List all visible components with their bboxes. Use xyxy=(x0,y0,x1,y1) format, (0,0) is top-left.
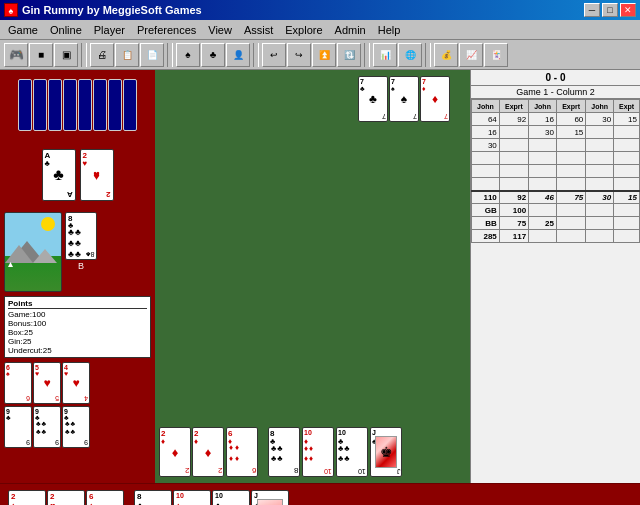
card-9c-1[interactable]: 9 ♣ 9 xyxy=(4,406,32,448)
ph-card-8c[interactable]: 8 ♣ ♣♣♣♣ 8 xyxy=(134,490,172,506)
points-box: Points Game:100 Bonus:100 Box:25 Gin:25 … xyxy=(4,296,151,358)
ph-card-6d[interactable]: 6 ♦ ♦♦♦♦ 6 xyxy=(86,490,124,506)
opp-meld-row2: 9 ♣ 9 9 ♣ ♣♣♣♣ 9 9 ♣ ♣♣♣♣ xyxy=(4,406,151,448)
ph-card-2h[interactable]: 2 ♥ ♥ 2 xyxy=(47,490,85,506)
tb-btn-9[interactable]: 👤 xyxy=(226,43,250,67)
tb-btn-8[interactable]: ♣ xyxy=(201,43,225,67)
menu-bar: Game Online Player Preferences View Assi… xyxy=(0,20,640,40)
ph-card-2d[interactable]: 2 ♦ ♦ 2 xyxy=(8,490,46,506)
sr3-c5 xyxy=(586,139,614,152)
ph-card-10d[interactable]: 10 ♦ ♦♦♦♦ 10 xyxy=(173,490,211,506)
tb-btn-6[interactable]: 📄 xyxy=(140,43,164,67)
tb-btn-15[interactable]: 🌐 xyxy=(398,43,422,67)
score-final-row: 285 117 xyxy=(472,230,640,243)
opponent-hand xyxy=(18,79,137,131)
opp-card-2 xyxy=(33,79,47,131)
menu-explore[interactable]: Explore xyxy=(279,22,328,38)
title-bar-left: ♠ Gin Rummy by MeggieSoft Games xyxy=(4,3,202,17)
player-card-2d-1[interactable]: 2 ♦ ♦ 2 xyxy=(159,427,191,477)
stock-card-a-clubs[interactable]: A ♣ ♣ A xyxy=(42,149,76,201)
menu-game[interactable]: Game xyxy=(2,22,44,38)
sr1-c5: 30 xyxy=(586,113,614,126)
card-9c-3[interactable]: 9 ♣ ♣♣♣♣ 9 xyxy=(62,406,90,448)
tb-btn-14[interactable]: 📊 xyxy=(373,43,397,67)
card-7c[interactable]: 7 ♣ ♣ 7 xyxy=(358,76,388,122)
player-card-10c[interactable]: 10 ♣ ♣♣♣♣ 10 xyxy=(336,427,368,477)
tb-btn-18[interactable]: 🃏 xyxy=(484,43,508,67)
menu-view[interactable]: View xyxy=(202,22,238,38)
player-meld-1: 2 ♦ ♦ 2 2 ♦ ♦ 2 xyxy=(159,427,224,477)
face-card-design: ♚ xyxy=(375,436,397,468)
tb-btn-13[interactable]: 🔃 xyxy=(337,43,361,67)
points-title: Points xyxy=(8,299,147,309)
card-6s[interactable]: 6 ♠ 6 xyxy=(4,362,32,404)
title-controls[interactable]: ─ □ ✕ xyxy=(584,3,636,17)
menu-assist[interactable]: Assist xyxy=(238,22,279,38)
menu-help[interactable]: Help xyxy=(372,22,407,38)
card-8-clubs[interactable]: 8 ♣ ♣♣♣♣♣♣ 8♣ xyxy=(65,212,97,260)
title-bar: ♠ Gin Rummy by MeggieSoft Games ─ □ ✕ xyxy=(0,0,640,20)
player-card-10d[interactable]: 10 ♦ ♦♦♦♦ 10 xyxy=(302,427,334,477)
player-card-8c[interactable]: 8 ♣ ♣♣♣♣ 8 xyxy=(268,427,300,477)
maximize-button[interactable]: □ xyxy=(602,3,618,17)
tb-btn-2[interactable]: ■ xyxy=(29,43,53,67)
tb-btn-7[interactable]: ♠ xyxy=(176,43,200,67)
card-4h[interactable]: 4 ♥ ♥ 4 xyxy=(62,362,90,404)
st-c1: 110 xyxy=(472,191,500,204)
tb-btn-17[interactable]: 📈 xyxy=(459,43,483,67)
ph-card-js[interactable]: J ♠ ♚ J xyxy=(251,490,289,506)
score-totals-row: 110 92 46 75 30 15 xyxy=(472,191,640,204)
card-5h[interactable]: 5 ♥ ♥ 5 xyxy=(33,362,61,404)
sr4-c5 xyxy=(586,152,614,165)
opp-card-5 xyxy=(78,79,92,131)
card-7d[interactable]: 7 ♦ ♦ 7 xyxy=(420,76,450,122)
tb-btn-16[interactable]: 💰 xyxy=(434,43,458,67)
tb-btn-10[interactable]: ↩ xyxy=(262,43,286,67)
window-title: Gin Rummy by MeggieSoft Games xyxy=(22,4,202,16)
score-row-4 xyxy=(472,152,640,165)
opponent-meld-8clubs: 8 ♣ ♣♣♣♣♣♣ 8♣ B xyxy=(65,212,97,271)
col-h-exp1: Exprt xyxy=(499,100,528,113)
tb-btn-4[interactable]: 🖨 xyxy=(90,43,114,67)
player-hand-area: 2 ♦ ♦ 2 2 ♥ ♥ 2 6 ♦ ♦♦♦♦ 6 8 ♣ ♣♣♣♣ 8 10… xyxy=(0,483,640,505)
discard-card-2-hearts[interactable]: 2 ♥ ♥ ♥ 2 xyxy=(80,149,114,201)
sr2-c6 xyxy=(614,126,640,139)
close-button[interactable]: ✕ xyxy=(620,3,636,17)
player-card-js[interactable]: J ♠ ♚ J xyxy=(370,427,402,477)
tb-btn-1[interactable]: 🎮 xyxy=(4,43,28,67)
minimize-button[interactable]: ─ xyxy=(584,3,600,17)
opp-meld-row1: 6 ♠ 6 5 ♥ ♥ 5 4 ♥ ♥ 4 xyxy=(4,362,151,404)
opp-meld-area: 6 ♠ 6 5 ♥ ♥ 5 4 ♥ ♥ 4 xyxy=(0,360,155,450)
score-row-6 xyxy=(472,178,640,191)
c8-rank-br: 8♣ xyxy=(86,251,95,258)
ph-card-10c[interactable]: 10 ♣ ♣♣♣♣ 10 xyxy=(212,490,250,506)
menu-player[interactable]: Player xyxy=(88,22,131,38)
menu-online[interactable]: Online xyxy=(44,22,88,38)
col-h-john3: John xyxy=(586,100,614,113)
opp-card-3 xyxy=(48,79,62,131)
st-c3: 46 xyxy=(529,191,557,204)
tb-btn-3[interactable]: ▣ xyxy=(54,43,78,67)
stock-discard-row: A ♣ ♣ A 2 ♥ ♥ ♥ 2 xyxy=(38,147,118,203)
points-game: Game:100 xyxy=(8,310,147,319)
sr3-c1: 30 xyxy=(472,139,500,152)
app-icon: ♠ xyxy=(4,3,18,17)
sr3-c6 xyxy=(614,139,640,152)
landscape-image xyxy=(4,212,62,292)
player-card-2d-2[interactable]: 2 ♦ ♦ 2 xyxy=(192,427,224,477)
mountain-right xyxy=(33,249,57,263)
opponent-hand-area xyxy=(0,70,155,140)
toolbar: 🎮 ■ ▣ 🖨 📋 📄 ♠ ♣ 👤 ↩ ↪ ⏫ 🔃 📊 🌐 💰 📈 🃏 xyxy=(0,40,640,70)
player-card-6d[interactable]: 6 ♦ ♦♦♦♦ 6 xyxy=(226,427,258,477)
card-7s[interactable]: 7 ♠ ♠ 7 xyxy=(389,76,419,122)
card-9c-2[interactable]: 9 ♣ ♣♣♣♣ 9 xyxy=(33,406,61,448)
menu-preferences[interactable]: Preferences xyxy=(131,22,202,38)
sr4-c3 xyxy=(529,152,557,165)
opp-card-6 xyxy=(93,79,107,131)
sr4-c1 xyxy=(472,152,500,165)
stock-card-center: ♣ xyxy=(53,166,64,184)
menu-admin[interactable]: Admin xyxy=(329,22,372,38)
tb-btn-12[interactable]: ⏫ xyxy=(312,43,336,67)
tb-btn-11[interactable]: ↪ xyxy=(287,43,311,67)
tb-btn-5[interactable]: 📋 xyxy=(115,43,139,67)
